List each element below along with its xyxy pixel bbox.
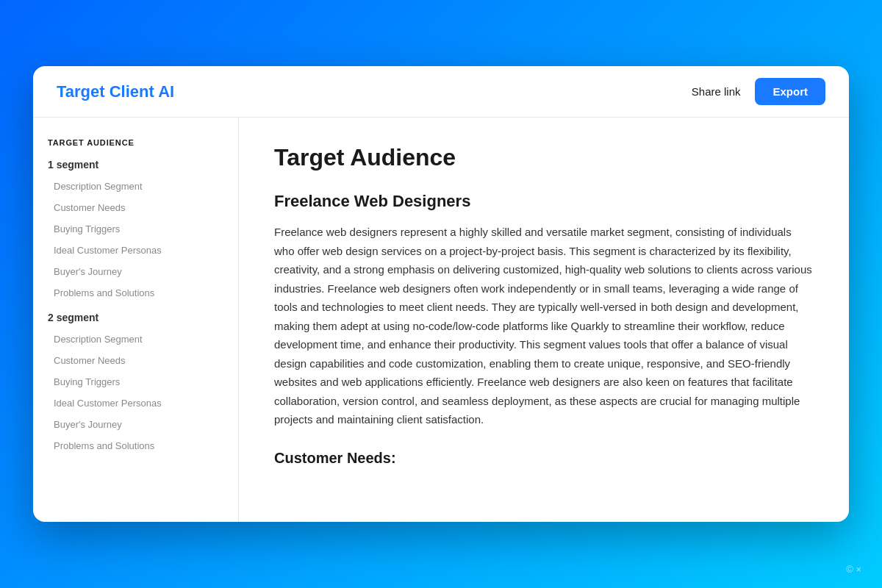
sidebar-item-buyers-journey-2[interactable]: Buyer's Journey (48, 415, 223, 434)
sidebar-item-problems-solutions-2[interactable]: Problems and Solutions (48, 436, 223, 456)
sidebar-item-buyers-journey-1[interactable]: Buyer's Journey (48, 262, 223, 282)
segment-2-header[interactable]: 2 segment (48, 312, 223, 323)
page-title: Target Audience (274, 144, 814, 171)
sidebar: TARGET AUDIENCE 1 segment Description Se… (33, 118, 239, 522)
segment-1-header[interactable]: 1 segment (48, 159, 223, 171)
segment-title: Freelance Web Designers (274, 192, 814, 211)
sidebar-item-buying-triggers-1[interactable]: Buying Triggers (48, 219, 223, 239)
segment-group-1: 1 segment Description Segment Customer N… (48, 159, 223, 303)
header-right: Share link Export (692, 78, 825, 105)
logo: Target Client AI (57, 82, 174, 101)
main-content: Target Audience Freelance Web Designers … (239, 118, 849, 522)
sidebar-item-desc-seg-1[interactable]: Description Segment (48, 176, 223, 196)
share-link-button[interactable]: Share link (692, 85, 741, 98)
body: TARGET AUDIENCE 1 segment Description Se… (33, 118, 849, 522)
segment-group-2: 2 segment Description Segment Customer N… (48, 312, 223, 456)
sidebar-item-ideal-customer-2[interactable]: Ideal Customer Personas (48, 393, 223, 413)
copyright: © × (846, 564, 861, 575)
sidebar-item-customer-needs-2[interactable]: Customer Needs (48, 351, 223, 370)
logo-accent: AI (158, 82, 174, 101)
app-window: Target Client AI Share link Export TARGE… (33, 66, 849, 522)
sidebar-item-buying-triggers-2[interactable]: Buying Triggers (48, 372, 223, 392)
description-text: Freelance web designers represent a high… (274, 223, 814, 429)
sidebar-section-title: TARGET AUDIENCE (48, 138, 223, 147)
header: Target Client AI Share link Export (33, 66, 849, 118)
sidebar-item-desc-seg-2[interactable]: Description Segment (48, 329, 223, 349)
sidebar-item-customer-needs-1[interactable]: Customer Needs (48, 198, 223, 218)
sidebar-item-ideal-customer-1[interactable]: Ideal Customer Personas (48, 240, 223, 260)
export-button[interactable]: Export (755, 78, 825, 105)
logo-text: Target Client (57, 82, 154, 101)
sidebar-item-problems-solutions-1[interactable]: Problems and Solutions (48, 283, 223, 303)
customer-needs-heading: Customer Needs: (274, 450, 814, 467)
